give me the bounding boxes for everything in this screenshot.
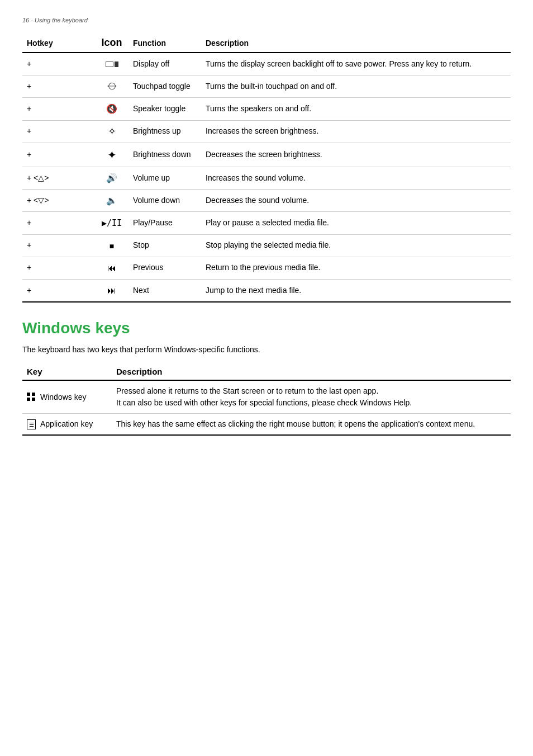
description-cell: Increases the sound volume. <box>201 167 511 189</box>
hotkey-cell: + <box>22 53 95 75</box>
description-cell: Decreases the screen brightness. <box>201 143 511 167</box>
page-header: 16 - Using the keyboard <box>22 17 511 23</box>
function-cell: Next <box>129 279 201 302</box>
hotkey-cell: + <box>22 212 95 234</box>
description-cell: Jump to the next media file. <box>201 279 511 302</box>
description-cell: Return to the previous media file. <box>201 257 511 279</box>
icon-cell <box>95 53 129 75</box>
icon-cell: ⏭ <box>95 279 129 302</box>
windows-keys-intro: The keyboard has two keys that perform W… <box>22 344 511 356</box>
icon-cell: 🔇 <box>95 98 129 120</box>
function-cell: Display off <box>129 53 201 75</box>
table-row: + ⦵Touchpad toggleTurns the built-in tou… <box>22 75 511 98</box>
play-pause-icon: ▶/II <box>102 218 122 228</box>
description-cell: Stop playing the selected media file. <box>201 234 511 257</box>
function-cell: Brightness down <box>129 143 201 167</box>
function-cell: Play/Pause <box>129 212 201 234</box>
function-cell: Volume up <box>129 167 201 189</box>
hotkey-cell: + <box>22 279 95 302</box>
table-row: + <△>🔊Volume upIncreases the sound volum… <box>22 167 511 189</box>
description-cell: Turns the built-in touchpad on and off. <box>201 75 511 98</box>
touchpad-icon: ⦵ <box>107 81 117 92</box>
wkey-name: Windows key <box>40 391 86 403</box>
table-row: + <▽>🔈Volume downDecreases the sound vol… <box>22 190 511 212</box>
volume-down-icon: 🔈 <box>106 196 117 205</box>
description-cell: Turns the display screen backlight off t… <box>201 53 511 75</box>
hotkey-cell: + <box>22 257 95 279</box>
hotkey-cell: + <box>22 143 95 167</box>
wkey-desc-cell: Pressed alone it returns to the Start sc… <box>112 380 511 414</box>
hotkey-cell: + <box>22 75 95 98</box>
hotkey-cell: + <box>22 234 95 257</box>
table-row: +■StopStop playing the selected media fi… <box>22 234 511 257</box>
wkey-name: Application key <box>40 418 93 430</box>
wkey-key-cell: Windows key <box>22 380 112 414</box>
icon-cell: ✦ <box>95 143 129 167</box>
icon-cell: ■ <box>95 234 129 257</box>
description-cell: Play or pause a selected media file. <box>201 212 511 234</box>
function-cell: Brightness up <box>129 120 201 143</box>
hotkey-cell: + <△> <box>22 167 95 189</box>
hotkey-cell: + <box>22 98 95 120</box>
table-row: +▶/IIPlay/PausePlay or pause a selected … <box>22 212 511 234</box>
hotkey-cell: + <▽> <box>22 190 95 212</box>
hotkey-table: Hotkey Icon Function Description + Displ… <box>22 34 511 303</box>
col-header-hotkey: Hotkey <box>22 34 95 53</box>
col-header-function: Function <box>129 34 201 53</box>
description-cell: Turns the speakers on and off. <box>201 98 511 120</box>
table-row: + ✧Brightness upIncreases the screen bri… <box>22 120 511 143</box>
icon-cell: ✧ <box>95 120 129 143</box>
function-cell: Volume down <box>129 190 201 212</box>
description-cell: Decreases the sound volume. <box>201 190 511 212</box>
icon-cell: 🔈 <box>95 190 129 212</box>
function-cell: Touchpad toggle <box>129 75 201 98</box>
icon-cell: 🔊 <box>95 167 129 189</box>
hotkey-cell: + <box>22 120 95 143</box>
table-row: + ✦Brightness downDecreases the screen b… <box>22 143 511 167</box>
brightness-down-icon: ✦ <box>107 149 117 161</box>
table-row: +⏭NextJump to the next media file. <box>22 279 511 302</box>
icon-cell: ⏮ <box>95 257 129 279</box>
previous-icon: ⏮ <box>107 263 116 273</box>
windows-keys-title: Windows keys <box>22 319 511 337</box>
windows-key-icon <box>27 393 36 401</box>
brightness-up-icon: ✧ <box>108 126 116 137</box>
windows-keys-table: Key Description Windows keyPressed alone… <box>22 363 511 436</box>
volume-up-icon: 🔊 <box>106 173 117 183</box>
wkey-desc-cell: This key has the same effect as clicking… <box>112 414 511 436</box>
display-off-icon <box>106 62 118 67</box>
description-cell: Increases the screen brightness. <box>201 120 511 143</box>
col-header-icon: Icon <box>95 34 129 53</box>
wkey-col-header-key: Key <box>22 363 112 380</box>
wkeys-table-row: Windows keyPressed alone it returns to t… <box>22 380 511 414</box>
wkey-key-cell: ☰Application key <box>22 414 112 436</box>
function-cell: Previous <box>129 257 201 279</box>
application-key-icon: ☰ <box>27 419 36 429</box>
next-icon: ⏭ <box>107 286 116 295</box>
speaker-toggle-icon: 🔇 <box>106 104 117 114</box>
table-row: +⏮PreviousReturn to the previous media f… <box>22 257 511 279</box>
table-row: + 🔇Speaker toggleTurns the speakers on a… <box>22 98 511 120</box>
stop-icon: ■ <box>110 242 114 251</box>
table-row: + Display offTurns the display screen ba… <box>22 53 511 75</box>
col-header-description: Description <box>201 34 511 53</box>
wkey-col-header-desc: Description <box>112 363 511 380</box>
wkeys-table-row: ☰Application keyThis key has the same ef… <box>22 414 511 436</box>
function-cell: Speaker toggle <box>129 98 201 120</box>
function-cell: Stop <box>129 234 201 257</box>
icon-cell: ▶/II <box>95 212 129 234</box>
icon-cell: ⦵ <box>95 75 129 98</box>
